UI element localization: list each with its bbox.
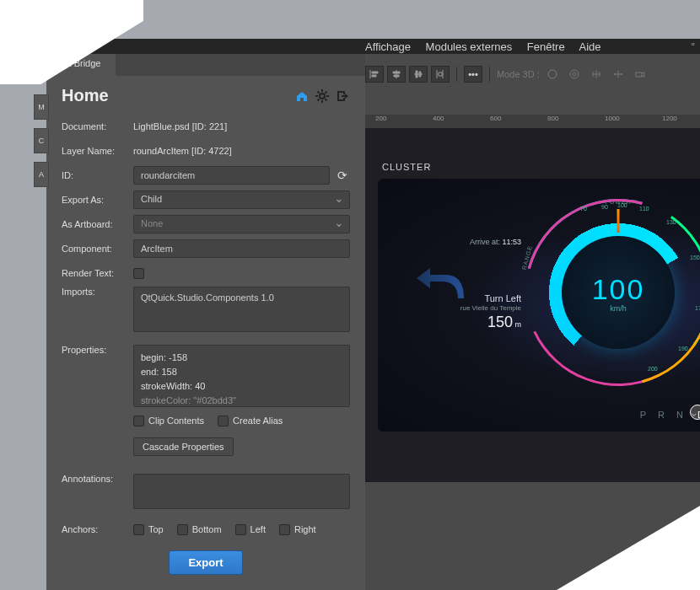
mode-3d-label: Mode 3D :	[497, 69, 540, 79]
exportas-select[interactable]: Child	[133, 190, 350, 209]
annotations-textarea[interactable]	[133, 474, 350, 509]
refresh-icon[interactable]: ⟳	[335, 169, 350, 182]
anchor-left-label: Left	[250, 524, 266, 534]
gear-icon[interactable]	[315, 88, 330, 104]
gear-selected: D	[690, 405, 700, 420]
collapse-chevron-icon[interactable]: «	[692, 40, 693, 48]
sidebar-item-m[interactable]: M	[34, 94, 49, 120]
exportas-label: Export As:	[62, 195, 133, 205]
align-center-h-icon[interactable]	[387, 66, 406, 83]
sidebar-item-c[interactable]: C	[34, 128, 49, 153]
cluster-artboard[interactable]: Arrive at: 11:53 Turn Left rue Vielle du…	[378, 179, 700, 432]
3d-orbit-icon[interactable]	[543, 66, 562, 83]
align-vertical-icon[interactable]	[431, 66, 450, 83]
qt-bridge-panel: Qt Bridge Home M C A Document:LightBlue.…	[46, 54, 365, 590]
component-field[interactable]	[133, 239, 350, 258]
component-label: Component:	[62, 244, 133, 254]
anchor-bottom-checkbox[interactable]	[177, 524, 188, 535]
speedometer-gauge: POWER RANGE 100 km/h 70 90 100 11	[521, 196, 700, 389]
menu-modules-externes[interactable]: Modules externes	[426, 40, 513, 53]
page-title: Home	[62, 86, 289, 105]
layer-value: roundArcItem [ID: 4722]	[133, 146, 350, 156]
svg-rect-5	[636, 72, 642, 77]
horizontal-ruler: 200 400 600 800 1000 1200 1400	[365, 115, 700, 128]
cascade-properties-button[interactable]: Cascade Properties	[133, 437, 234, 456]
clip-contents-checkbox[interactable]	[133, 416, 144, 426]
sidebar-item-a[interactable]: A	[34, 162, 49, 187]
imports-textarea[interactable]: QtQuick.Studio.Components 1.0	[133, 287, 350, 332]
svg-point-0	[548, 70, 557, 78]
svg-point-3	[614, 73, 616, 75]
gear-indicator: PRND	[640, 405, 700, 420]
anchors-label: Anchors:	[62, 524, 133, 534]
street-name: rue Vielle du Temple	[403, 304, 521, 312]
home-icon[interactable]	[294, 88, 310, 104]
menu-affichage[interactable]: Affichage	[365, 40, 411, 53]
annotations-label: Annotations:	[62, 474, 133, 484]
anchor-right-checkbox[interactable]	[279, 524, 290, 535]
document-value: LightBlue.psd [ID: 221]	[133, 121, 350, 131]
imports-label: Imports:	[62, 287, 133, 297]
turn-left-arrow-icon	[412, 263, 471, 305]
turn-distance: 150 m	[403, 314, 521, 331]
layer-label: Layer Name:	[62, 146, 133, 156]
speed-value: 100	[592, 273, 645, 306]
id-label: ID:	[62, 170, 133, 180]
anchor-top-label: Top	[148, 524, 164, 534]
speed-unit: km/h	[610, 304, 627, 313]
align-right-icon[interactable]	[409, 66, 428, 83]
rendertext-label: Render Text:	[62, 268, 133, 278]
3d-camera-icon[interactable]	[631, 66, 649, 83]
more-options-icon[interactable]: •••	[464, 66, 482, 83]
needle-icon	[617, 209, 620, 233]
properties-textarea[interactable]: begin: -158 end: 158 strokeWidth: 40 str…	[133, 345, 350, 407]
menubar: Affichage Modules externes Fenêtre Aide	[365, 40, 613, 53]
document-canvas[interactable]: CLUSTER Arrive at: 11:53 Turn Left rue V…	[365, 128, 700, 482]
artboard-select[interactable]: None	[133, 215, 350, 233]
3d-slide-icon[interactable]	[609, 66, 627, 83]
arrive-at: Arrive at: 11:53	[403, 238, 521, 246]
artboard-title: CLUSTER	[382, 162, 431, 172]
create-alias-label: Create Alias	[233, 416, 283, 426]
properties-label: Properties:	[62, 345, 133, 355]
anchor-top-checkbox[interactable]	[133, 524, 144, 535]
options-bar: ••• Mode 3D :	[365, 64, 700, 84]
menu-fenetre[interactable]: Fenêtre	[527, 40, 565, 53]
clip-contents-label: Clip Contents	[148, 416, 204, 426]
svg-point-2	[573, 72, 576, 76]
export-button[interactable]: Export	[169, 550, 242, 575]
align-left-icon[interactable]	[365, 66, 384, 83]
document-label: Document:	[62, 121, 133, 131]
anchor-bottom-label: Bottom	[192, 524, 222, 534]
anchor-left-checkbox[interactable]	[235, 524, 246, 535]
rendertext-checkbox[interactable]	[133, 268, 144, 279]
3d-pan-icon[interactable]	[587, 66, 606, 83]
id-field[interactable]	[133, 166, 330, 185]
svg-point-6	[320, 94, 325, 99]
svg-point-4	[621, 73, 622, 75]
menu-aide[interactable]: Aide	[579, 40, 601, 53]
svg-point-1	[570, 70, 579, 78]
create-alias-checkbox[interactable]	[218, 416, 229, 426]
export-icon[interactable]	[335, 88, 350, 104]
anchor-right-label: Right	[294, 524, 316, 534]
3d-roll-icon[interactable]	[565, 66, 584, 83]
artboard-label: As Artboard:	[62, 219, 133, 229]
